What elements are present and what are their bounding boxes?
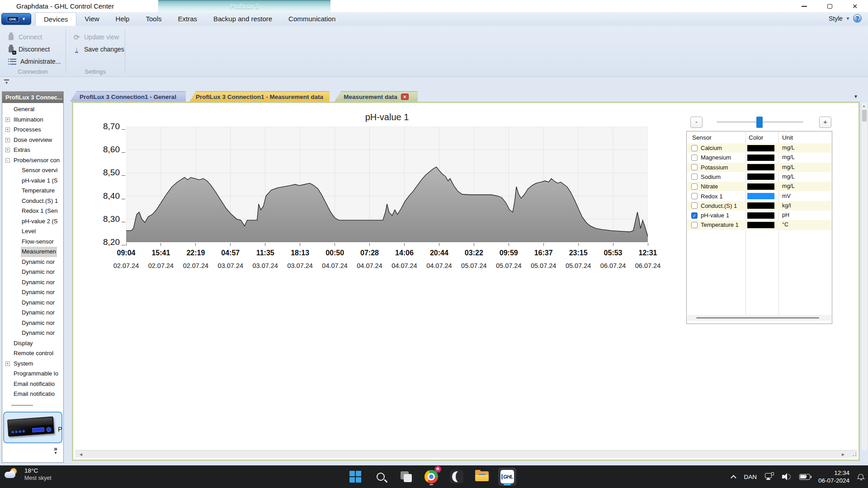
sidebar-item-display[interactable]: Display <box>2 338 63 349</box>
sidebar-item-general[interactable]: General <box>2 104 63 115</box>
doc-tab-profilux-3-connection1-general[interactable]: ProfiLux 3 Connection1 - General <box>70 91 186 102</box>
sidebar-item-email-notificatio[interactable]: Email notificatio <box>2 379 63 389</box>
sidebar-item-processes[interactable]: +Processes <box>2 125 63 135</box>
file-explorer-button[interactable] <box>473 468 491 486</box>
color-swatch[interactable] <box>747 193 774 199</box>
vscrollbar-thumb[interactable] <box>862 110 867 122</box>
expand-plus-icon[interactable]: + <box>5 127 10 132</box>
sidebar-item-conduct-s-1[interactable]: Conduct.(S) 1 <box>2 196 63 206</box>
content-vscrollbar[interactable] <box>862 103 867 450</box>
ghl-app-button[interactable]: GHL <box>498 468 516 486</box>
sidebar-item-extras[interactable]: +Extras <box>2 145 63 155</box>
task-view-button[interactable] <box>397 468 415 486</box>
sidebar-expand-button[interactable]: » ▼ <box>54 445 57 455</box>
sensor-row-ph-value-1[interactable]: ✓pH-value 1pH <box>687 211 831 220</box>
checkbox-icon[interactable] <box>691 222 698 228</box>
clock[interactable]: 12:34 06-07-2024 <box>818 469 849 484</box>
close-tab-icon[interactable]: × <box>401 94 409 100</box>
sensor-table-hscrollbar[interactable] <box>687 315 831 321</box>
sensor-row-temperature-1[interactable]: Temperature 1°C <box>687 220 831 230</box>
tray-overflow-icon[interactable] <box>731 475 737 481</box>
color-swatch[interactable] <box>747 212 774 219</box>
color-swatch[interactable] <box>747 145 774 151</box>
sidebar-item-illumination[interactable]: +Illumination <box>2 115 63 125</box>
sensor-row-redox-1[interactable]: Redox 1mV <box>687 192 831 201</box>
doc-tab-profilux-3-connection1-measurement-data[interactable]: ProfiLux 3 Connection1 - Measurement dat… <box>189 91 330 102</box>
volume-icon[interactable] <box>782 473 791 480</box>
menu-tab-communication[interactable]: Communication <box>280 12 344 26</box>
expand-plus-icon[interactable]: + <box>5 117 10 122</box>
menu-tab-extras[interactable]: Extras <box>170 12 206 26</box>
color-swatch[interactable] <box>747 183 774 190</box>
notifications-bell-icon[interactable] <box>858 474 864 480</box>
save-changes-button[interactable]: ↓Save changes <box>73 44 124 54</box>
zoom-slider-thumb[interactable] <box>756 117 763 128</box>
sidebar-item-level[interactable]: Level <box>2 226 63 237</box>
checkbox-checked-icon[interactable]: ✓ <box>691 212 698 219</box>
sidebar-item-redox-1-sen[interactable]: Redox 1 (Sen <box>2 206 63 216</box>
checkbox-icon[interactable] <box>691 155 698 161</box>
checkbox-icon[interactable] <box>691 193 698 199</box>
menu-tab-backup-and-restore[interactable]: Backup and restore <box>205 12 280 26</box>
sidebar-item-ph-value-1-s[interactable]: pH-value 1 (S <box>2 176 63 186</box>
chrome-button[interactable]: R <box>422 468 440 486</box>
checkbox-icon[interactable] <box>691 145 698 151</box>
scroll-right-icon[interactable]: ► <box>841 452 845 457</box>
zoom-out-button[interactable]: - <box>690 117 703 128</box>
style-selector[interactable]: Style ▼ ? <box>829 14 862 23</box>
sidebar-item-system[interactable]: +System <box>2 359 63 369</box>
sensor-row-calcium[interactable]: Calciummg/L <box>687 143 831 153</box>
disconnect-button[interactable]: ×Disconnect <box>7 44 50 54</box>
color-swatch[interactable] <box>747 202 774 209</box>
sidebar-item-dynamic-nor[interactable]: Dynamic nor <box>2 308 63 318</box>
close-button[interactable]: × <box>850 1 860 11</box>
color-swatch[interactable] <box>747 155 774 161</box>
expand-plus-icon[interactable]: + <box>5 361 10 366</box>
sidebar-item-dynamic-nor[interactable]: Dynamic nor <box>2 277 63 288</box>
content-hscrollbar[interactable]: ◄ ► <box>75 450 857 458</box>
menu-tab-help[interactable]: Help <box>108 12 138 26</box>
zoom-in-button[interactable]: + <box>819 117 831 128</box>
battery-icon[interactable] <box>799 474 810 480</box>
checkbox-icon[interactable] <box>691 183 698 190</box>
scroll-left-icon[interactable]: ◄ <box>79 452 83 457</box>
sidebar-item-dynamic-nor[interactable]: Dynamic nor <box>2 318 63 328</box>
maximize-button[interactable] <box>825 1 835 11</box>
checkbox-icon[interactable] <box>691 174 698 180</box>
sidebar-item-dose-overview[interactable]: +Dose overview <box>2 135 63 145</box>
administrate--button[interactable]: Administrate... <box>7 56 61 66</box>
menu-tab-view[interactable]: View <box>76 12 107 26</box>
start-button[interactable] <box>346 468 364 486</box>
resize-grip[interactable] <box>852 451 857 457</box>
app-menu-button[interactable]: GHL ▼ <box>1 13 31 25</box>
scroll-up-icon[interactable]: ▲ <box>862 104 866 108</box>
sensor-row-magnesium[interactable]: Magnesiummg/L <box>687 153 831 162</box>
sidebar-item-temperature[interactable]: Temperature <box>2 186 63 196</box>
sensor-row-conduct-s-1[interactable]: Conduct.(S) 1kg/l <box>687 201 831 211</box>
sidebar-item-probe-sensor-con[interactable]: -Probe/sensor con <box>2 155 63 166</box>
checkbox-icon[interactable] <box>691 164 698 170</box>
color-swatch[interactable] <box>747 174 774 180</box>
sensor-row-sodium[interactable]: Sodiummg/L <box>687 172 831 182</box>
sensor-row-potassium[interactable]: Potassiummg/L <box>687 163 831 172</box>
color-swatch[interactable] <box>747 164 774 170</box>
device-title-tab[interactable]: ProfiLux 3 <box>158 0 330 12</box>
help-icon[interactable]: ? <box>853 14 862 23</box>
sidebar-item-dynamic-nor[interactable]: Dynamic nor <box>2 267 63 277</box>
sidebar-item-email-notificatio[interactable]: Email notificatio <box>2 389 63 399</box>
chart-plot[interactable] <box>126 127 648 242</box>
sensor-row-nitrate[interactable]: Nitratemg/L <box>687 182 831 191</box>
checkbox-icon[interactable] <box>691 202 698 209</box>
sidebar-item-dynamic-nor[interactable]: Dynamic nor <box>2 298 63 308</box>
tab-list-dropdown-icon[interactable]: ▼ <box>854 94 858 99</box>
menu-tab-devices[interactable]: Devices <box>35 12 76 26</box>
language-indicator[interactable]: DAN <box>744 474 757 480</box>
ribbon-collapse-icon[interactable]: ▼ <box>4 80 9 85</box>
sidebar-item-flow-sensor[interactable]: Flow-sensor <box>2 237 63 247</box>
sidebar-item-remote-control[interactable]: Remote control <box>2 348 63 359</box>
menu-tab-tools[interactable]: Tools <box>137 12 170 26</box>
expand-plus-icon[interactable]: + <box>5 138 10 142</box>
sidebar-item-measuremen[interactable]: Measuremen <box>2 247 63 257</box>
expand-plus-icon[interactable]: + <box>5 148 10 152</box>
doc-tab-measurement-data[interactable]: Measurement data× <box>335 91 418 102</box>
